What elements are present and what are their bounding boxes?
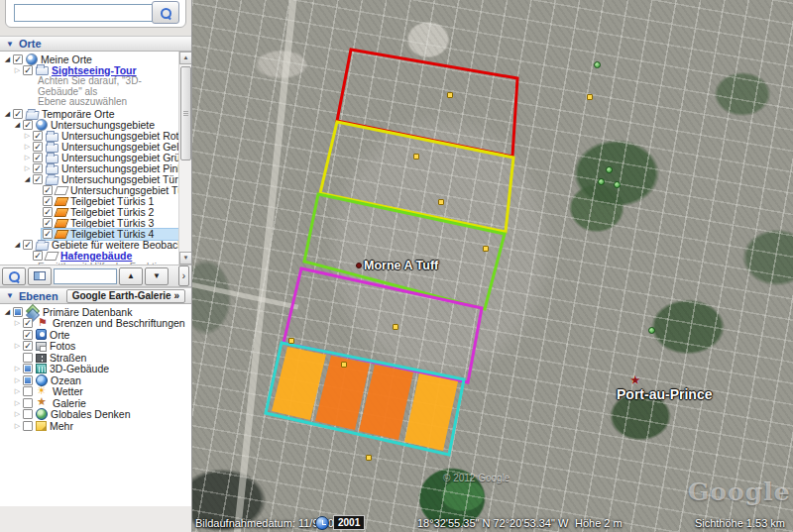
tree-item[interactable]: ▷✓Sightseeing-Tour (0, 64, 178, 75)
places-scrollbar[interactable]: ▲ ▼ (178, 52, 191, 265)
green-marker-icon (598, 178, 605, 185)
collapse-sidebar-button[interactable]: › (178, 266, 189, 286)
expander-arrow-icon[interactable]: ▷ (13, 399, 22, 407)
tree-item[interactable]: ✓Teilgebiet Türkis 4 (0, 229, 178, 240)
tree-item[interactable]: ✓Orte (0, 329, 191, 341)
tree-item[interactable]: ▷Mehr (0, 420, 191, 432)
tree-item[interactable]: ▷✓Fotos (0, 341, 191, 353)
tree-item[interactable]: ✓Teilgebiet Türkis 3 (0, 218, 178, 229)
tree-item[interactable]: ✓Untersuchungsgebiet Türkis (0, 185, 178, 196)
tree-item[interactable]: ▷✓Untersuchungsgebiet Rot (0, 131, 178, 142)
checkbox[interactable]: ✓ (33, 131, 43, 141)
checkbox[interactable]: ✓ (23, 240, 33, 250)
checkbox[interactable]: ✓ (43, 196, 53, 206)
expander-arrow-icon[interactable]: ▷ (23, 164, 32, 172)
checkbox[interactable]: ✓ (13, 109, 23, 119)
checkbox[interactable]: ✓ (23, 330, 33, 340)
checkbox[interactable]: ✓ (23, 120, 33, 130)
places-toolbar: ▲ ▼ › (0, 265, 191, 287)
checkbox[interactable]: ✓ (43, 207, 53, 217)
search-combobox[interactable]: ▼ (14, 4, 153, 22)
tree-item[interactable]: ▷✓Grenzen und Beschriftungen (0, 318, 191, 330)
checkbox[interactable] (23, 375, 33, 385)
tree-item[interactable]: ▷✓Untersuchungsgebiet Pink (0, 163, 178, 174)
expander-arrow-icon[interactable]: ◢ (13, 241, 22, 249)
tree-item[interactable]: ✓Teilgebiet Türkis 2 (0, 207, 178, 218)
map-viewport[interactable]: © 2012 Google Google Bildaufnahmedatum: … (192, 0, 793, 532)
tree-item[interactable]: ▷✓Untersuchungsgebiet Gelb (0, 142, 178, 153)
checkbox[interactable]: ✓ (43, 229, 53, 239)
checkbox[interactable]: ✓ (23, 341, 33, 351)
checkbox[interactable] (23, 353, 33, 363)
tree-item-label: 3D-Gebäude (50, 363, 109, 374)
places-panel-header[interactable]: ▼ Orte (0, 36, 191, 52)
tree-item[interactable]: ▷Ozean (0, 374, 191, 386)
expander-arrow-icon[interactable]: ▷ (13, 319, 22, 327)
expander-arrow-icon[interactable]: ▷ (13, 342, 22, 350)
tree-item[interactable]: ▷3D-Gebäude (0, 364, 191, 375)
tree-item[interactable]: ◢✓Temporäre Orte (0, 109, 178, 120)
expander-arrow-icon[interactable]: ▷ (23, 132, 32, 140)
tree-item[interactable]: ◢✓Untersuchungsgebiete (0, 120, 178, 131)
scroll-down-icon[interactable]: ▼ (179, 252, 191, 265)
historical-year-badge[interactable]: 2001 (333, 515, 365, 530)
move-up-button[interactable]: ▲ (119, 267, 143, 285)
layers-panel-header[interactable]: ▼ Ebenen Google Earth-Galerie » (0, 287, 191, 304)
tree-item[interactable]: ▷✓Untersuchungsgebiet Grün (0, 153, 178, 163)
places-search-button[interactable] (2, 267, 26, 285)
tree-item[interactable]: ◢✓Gebiete für weitere Beobachtungen (0, 240, 178, 251)
move-down-button[interactable]: ▼ (145, 267, 169, 285)
checkbox[interactable] (13, 307, 23, 317)
tree-item[interactable]: ◢Primäre Datenbank (0, 306, 191, 318)
search-button[interactable] (152, 1, 179, 24)
expander-arrow-icon[interactable]: ◢ (3, 308, 12, 316)
show-profile-button[interactable] (28, 267, 52, 285)
scrollbar-thumb[interactable] (180, 66, 191, 160)
expander-arrow-icon[interactable]: ▷ (13, 376, 22, 384)
checkbox[interactable]: ✓ (43, 185, 53, 195)
checkbox[interactable]: ✓ (33, 251, 43, 261)
expander-arrow-icon[interactable]: ▷ (13, 410, 22, 418)
checkbox[interactable] (23, 421, 33, 431)
places-filter-input[interactable] (54, 268, 117, 284)
expander-arrow-icon[interactable]: ▷ (13, 66, 22, 74)
tree-item-label[interactable]: Hafengebäude (60, 250, 132, 262)
search-input[interactable] (15, 6, 160, 20)
checkbox[interactable] (23, 386, 33, 396)
expander-arrow-icon[interactable]: ◢ (13, 121, 22, 129)
checkbox[interactable]: ✓ (33, 174, 43, 184)
expander-arrow-icon[interactable]: ▷ (13, 365, 22, 372)
checkbox[interactable]: ✓ (33, 153, 43, 162)
expander-arrow-icon[interactable]: ▷ (23, 154, 32, 161)
checkbox[interactable]: ✓ (33, 163, 43, 173)
checkbox[interactable]: ✓ (23, 318, 33, 328)
tree-item[interactable]: ▷Globales Denken (0, 409, 191, 421)
scroll-up-icon[interactable]: ▲ (179, 52, 191, 64)
checkbox[interactable]: ✓ (33, 142, 43, 152)
tree-item[interactable]: ✓Teilgebiet Türkis 1 (0, 196, 178, 207)
tree-item[interactable]: ▷Wetter (0, 386, 191, 398)
collapse-triangle-icon[interactable]: ▼ (6, 291, 14, 300)
yellow-marker-icon (438, 199, 444, 205)
checkbox[interactable] (23, 398, 33, 408)
tree-item[interactable]: ▷Galerie (0, 397, 191, 409)
collapse-triangle-icon[interactable]: ▼ (6, 40, 14, 49)
expander-arrow-icon[interactable]: ◢ (3, 110, 12, 118)
expander-arrow-icon[interactable]: ◢ (3, 55, 12, 63)
expander-arrow-icon[interactable]: ▷ (13, 422, 22, 430)
tree-item[interactable]: ◢✓Meine Orte (0, 53, 178, 64)
checkbox[interactable]: ✓ (43, 218, 53, 228)
expander-arrow-icon[interactable]: ▷ (13, 387, 22, 395)
checkbox[interactable] (23, 409, 33, 419)
checkbox[interactable] (23, 364, 33, 373)
checkbox[interactable]: ✓ (23, 65, 33, 75)
expander-arrow-icon[interactable]: ▷ (23, 143, 32, 151)
tree-item[interactable]: ◢✓Untersuchungsgebiet Türkis (0, 174, 178, 185)
tree-item[interactable]: ✓Hafengebäude (0, 251, 178, 262)
tree-item[interactable]: Straßen (0, 352, 191, 364)
expander-arrow-icon[interactable]: ◢ (23, 175, 32, 183)
historical-imagery-icon[interactable] (315, 516, 329, 530)
earth-gallery-button[interactable]: Google Earth-Galerie » (66, 289, 185, 303)
tree-item-label[interactable]: Sightseeing-Tour (52, 64, 137, 76)
checkbox[interactable]: ✓ (13, 54, 23, 64)
